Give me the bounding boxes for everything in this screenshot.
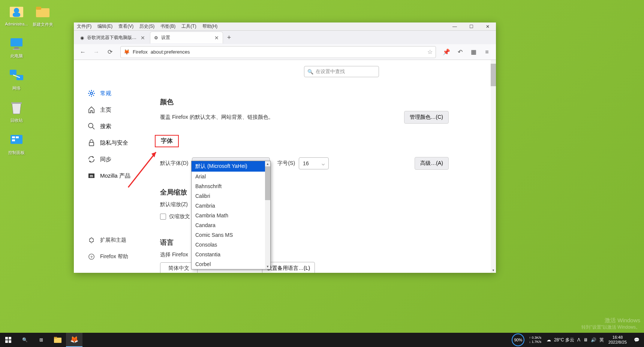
bookmark-star-icon[interactable]: ☆: [427, 48, 433, 55]
firefox-taskbar-button[interactable]: 🦊: [66, 333, 82, 347]
sidebar-item-firefox-help[interactable]: ? Firefox 帮助: [85, 250, 153, 264]
font-option-comic-sans[interactable]: Comic Sans MS: [192, 230, 270, 240]
file-explorer-button[interactable]: [49, 333, 66, 347]
svg-point-1: [14, 8, 19, 13]
network-tray-icon[interactable]: 🖥: [583, 337, 588, 343]
scroll-down-arrow[interactable]: ▼: [491, 268, 496, 273]
minimize-button[interactable]: —: [446, 22, 463, 31]
fonts-advanced-button[interactable]: 高级…(A): [415, 157, 449, 170]
url-bar[interactable]: 🦊 Firefox about:preferences ☆: [120, 46, 436, 58]
start-button[interactable]: [0, 333, 16, 347]
font-option-arial[interactable]: Arial: [192, 172, 270, 181]
tab-close-icon[interactable]: ✕: [214, 35, 219, 41]
search-button[interactable]: 🔍: [16, 333, 33, 347]
gear-icon: ⚙: [154, 35, 158, 40]
manage-colors-button[interactable]: 管理颜色…(C): [404, 111, 449, 124]
windows-taskbar: 🔍 ⊞ 🦊 90% ↑ 0.3K/s ↓ 1.7K/s ☁ 28°C 多云 ᐱ …: [0, 333, 644, 347]
menu-tools[interactable]: 工具(T): [180, 22, 198, 30]
net-download: ↓ 1.7K/s: [529, 340, 541, 344]
folder-icon: [34, 3, 52, 21]
tab-settings[interactable]: ⚙ 设置 ✕: [150, 31, 223, 43]
taskbar-clock[interactable]: 16:48 2022/8/25: [608, 335, 627, 345]
font-option-consolas[interactable]: Consolas: [192, 240, 270, 250]
menu-history[interactable]: 历史(S): [138, 22, 156, 30]
sidebar-item-home[interactable]: 主页: [85, 103, 153, 117]
menu-help[interactable]: 帮助(H): [201, 22, 219, 30]
desktop-icon-recycle-bin[interactable]: 回收站: [4, 99, 29, 123]
pin-button[interactable]: 📌: [440, 46, 452, 58]
desktop-icon-label: 网络: [4, 85, 29, 91]
desktop-icon-this-pc[interactable]: 此电脑: [4, 34, 29, 59]
tray-expand-icon[interactable]: ᐱ: [577, 337, 580, 343]
weather-text[interactable]: 28°C 多云: [554, 337, 574, 343]
sync-icon: [87, 155, 96, 163]
scrollbar-thumb[interactable]: [491, 64, 496, 86]
font-option-corbel[interactable]: Corbel: [192, 259, 270, 269]
ime-indicator[interactable]: 英: [599, 337, 604, 343]
font-size-dropdown[interactable]: 16 ⌵: [299, 157, 329, 169]
font-option-courier-new[interactable]: Courier New: [192, 269, 270, 269]
search-placeholder: 在设置中查找: [316, 68, 345, 75]
sidebar-item-general[interactable]: 常规: [85, 86, 153, 100]
app-menu-button[interactable]: ≡: [481, 46, 493, 58]
font-option-cambria[interactable]: Cambria: [192, 201, 270, 211]
volume-icon[interactable]: 🔊: [591, 337, 596, 343]
net-upload: ↑ 0.3K/s: [529, 336, 541, 340]
url-address: about:preferences: [151, 49, 190, 55]
desktop-icon-control-panel[interactable]: 控制面板: [4, 131, 29, 156]
task-view-button[interactable]: ⊞: [33, 333, 49, 347]
search-icon: [87, 122, 96, 130]
browser-toolbar: ← → ⟳ 🦊 Firefox about:preferences ☆ 📌 ↶ …: [74, 44, 496, 60]
font-option-cambria-math[interactable]: Cambria Math: [192, 211, 270, 220]
font-option-constantia[interactable]: Constantia: [192, 250, 270, 259]
font-option-default[interactable]: 默认 (Microsoft YaHei): [192, 161, 270, 172]
firefox-window: 文件(F) 编辑(E) 查看(V) 历史(S) 书签(B) 工具(T) 帮助(H…: [74, 22, 496, 273]
svg-line-18: [93, 127, 94, 129]
svg-rect-14: [16, 136, 19, 138]
scroll-down-arrow[interactable]: ▼: [265, 264, 270, 269]
font-option-candara[interactable]: Candara: [192, 220, 270, 230]
menu-bookmarks[interactable]: 书签(B): [159, 22, 177, 30]
close-button[interactable]: ✕: [479, 22, 496, 31]
cpu-monitor[interactable]: 90%: [512, 334, 524, 346]
forward-button[interactable]: →: [90, 46, 102, 58]
scroll-up-arrow[interactable]: ▲: [265, 161, 270, 166]
notifications-button[interactable]: 💬: [631, 333, 642, 347]
clock-date: 2022/8/25: [608, 340, 627, 345]
weather-icon[interactable]: ☁: [547, 337, 551, 343]
menu-view[interactable]: 查看(V): [117, 22, 135, 30]
content-scrollbar[interactable]: ▼: [491, 60, 496, 273]
font-option-bahnschrift[interactable]: Bahnschrift: [192, 181, 270, 191]
menu-edit[interactable]: 编辑(E): [96, 22, 114, 30]
sidebar-item-extensions[interactable]: 扩展和主题: [85, 233, 153, 247]
tab-close-icon[interactable]: ✕: [141, 35, 145, 41]
sidebar-item-mozilla-products[interactable]: m Mozilla 产品: [85, 169, 153, 183]
menu-file[interactable]: 文件(F): [75, 22, 93, 30]
desktop-icon-new-folder[interactable]: 新建文件夹: [30, 3, 55, 27]
dropdown-scrollbar[interactable]: ▲ ▼: [265, 161, 270, 269]
user-icon: [7, 3, 25, 21]
svg-rect-8: [10, 70, 16, 75]
new-tab-button[interactable]: +: [224, 32, 234, 43]
sidebar-item-sync[interactable]: 同步: [85, 152, 153, 166]
sidebar-item-search[interactable]: 搜索: [85, 119, 153, 133]
reload-button[interactable]: ⟳: [104, 46, 116, 58]
desktop-icon-network[interactable]: 网络: [4, 67, 29, 91]
font-option-calibri[interactable]: Calibri: [192, 191, 270, 201]
firefox-shield-icon: 🦊: [124, 49, 130, 55]
undo-button[interactable]: ↶: [454, 46, 466, 58]
sidebar-item-privacy[interactable]: 隐私与安全: [85, 136, 153, 150]
svg-rect-7: [13, 49, 20, 50]
desktop-icon-administrator[interactable]: Administra...: [4, 3, 29, 26]
svg-rect-5: [10, 38, 22, 46]
desktop-icon-label: 控制面板: [4, 150, 29, 156]
back-button[interactable]: ←: [77, 46, 89, 58]
tab-chrome-download[interactable]: ◉ 谷歌浏览器下载电脑版_谷歌浏... ✕: [76, 31, 149, 43]
section-heading-fonts: 字体: [155, 135, 179, 147]
search-settings-input[interactable]: 🔍 在设置中查找: [304, 66, 379, 77]
maximize-button[interactable]: ☐: [463, 22, 479, 31]
apps-button[interactable]: ▦: [467, 46, 479, 58]
window-menubar: 文件(F) 编辑(E) 查看(V) 历史(S) 书签(B) 工具(T) 帮助(H…: [74, 22, 496, 31]
zoom-text-only-checkbox[interactable]: [160, 214, 166, 220]
scrollbar-thumb[interactable]: [265, 166, 270, 200]
